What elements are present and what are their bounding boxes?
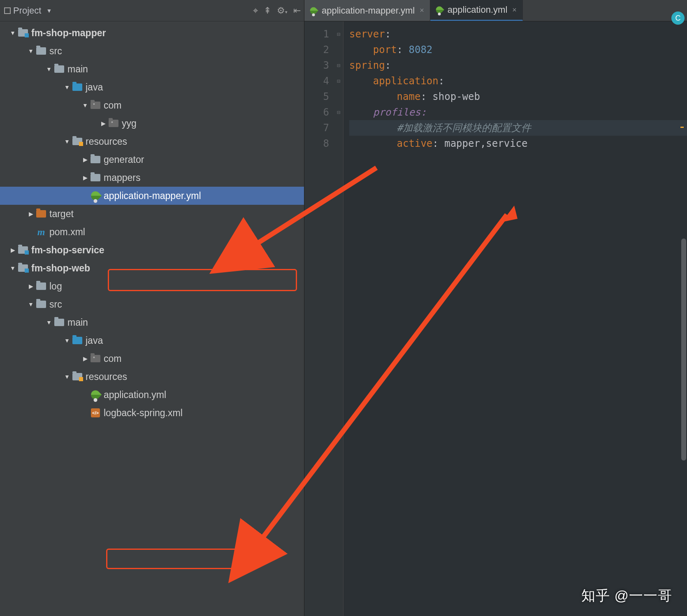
code-line[interactable]: spring: <box>349 58 687 73</box>
tree-item-com[interactable]: ▶com <box>0 350 304 368</box>
line-numbers-gutter: 12345678 <box>304 21 334 616</box>
module-folder-icon <box>17 245 29 255</box>
tree-item-application-mapper-yml[interactable]: ▶application-mapper.yml <box>0 187 304 205</box>
tree-item-label: resources <box>86 136 127 147</box>
tree-item-com[interactable]: ▼com <box>0 96 304 114</box>
project-icon <box>4 7 11 14</box>
project-panel-actions: ⌖ ⇞ ⚙▾ ⇤ <box>253 5 301 16</box>
resources-folder-icon <box>72 137 83 146</box>
close-icon[interactable]: × <box>512 6 517 14</box>
tree-toggle-icon[interactable]: ▼ <box>26 301 35 308</box>
source-folder-icon <box>72 336 83 345</box>
folder-icon <box>53 317 65 327</box>
tree-item-label: generator <box>104 154 144 165</box>
code-line[interactable]: server: <box>349 26 687 42</box>
tree-toggle-icon[interactable]: ▶ <box>81 355 90 362</box>
tree-toggle-icon[interactable]: ▼ <box>8 265 17 271</box>
tree-item-resources[interactable]: ▼resources <box>0 132 304 151</box>
inspection-badge[interactable]: C <box>671 12 685 25</box>
tree-item-pom-xml[interactable]: ▶mpom.xml <box>0 223 304 241</box>
fold-column[interactable]: ⊟⊟⊟⊟ <box>334 21 343 616</box>
tree-item-main[interactable]: ▼main <box>0 60 304 78</box>
folder-icon <box>53 64 65 74</box>
tree-item-label: com <box>104 353 121 364</box>
fold-marker[interactable] <box>334 120 343 136</box>
fold-marker[interactable] <box>334 42 343 58</box>
tree-toggle-icon[interactable]: ▼ <box>63 138 72 145</box>
tree-item-mappers[interactable]: ▶mappers <box>0 169 304 187</box>
tree-toggle-icon[interactable]: ▶ <box>81 156 90 163</box>
hide-panel-icon[interactable]: ⇤ <box>293 5 301 16</box>
editor-body[interactable]: 12345678 ⊟⊟⊟⊟ server: port: 8082spring: … <box>304 21 687 616</box>
tree-toggle-icon[interactable]: ▼ <box>44 66 53 72</box>
tree-item-label: fm-shop-mapper <box>31 28 106 39</box>
tree-item-application-yml[interactable]: ▶application.yml <box>0 386 304 404</box>
tree-toggle-icon[interactable]: ▶ <box>8 247 17 253</box>
code-line[interactable]: active: mapper,service <box>349 136 687 151</box>
line-number: 6 <box>304 104 329 120</box>
tree-item-target[interactable]: ▶target <box>0 205 304 223</box>
tree-toggle-icon[interactable]: ▶ <box>26 211 35 217</box>
collapse-all-icon[interactable]: ⇞ <box>264 5 271 16</box>
tree-toggle-icon[interactable]: ▼ <box>63 337 72 344</box>
tree-item-label: log <box>49 281 62 292</box>
editor-tabs: application-mapper.yml×application.yml× <box>304 0 687 21</box>
project-panel-header: Project ▼ ⌖ ⇞ ⚙▾ ⇤ <box>0 0 304 21</box>
line-number: 5 <box>304 89 329 104</box>
tree-item-label: yyg <box>122 118 137 129</box>
tree-item-label: main <box>67 317 88 328</box>
chevron-down-icon: ▼ <box>46 7 52 14</box>
project-tree[interactable]: ▼fm-shop-mapper▼src▼main▼java▼com▶yyg▼re… <box>0 21 304 616</box>
tree-toggle-icon[interactable]: ▼ <box>44 319 53 326</box>
fold-marker[interactable]: ⊟ <box>334 104 343 120</box>
tree-toggle-icon[interactable]: ▼ <box>63 84 72 90</box>
tree-item-label: fm-shop-web <box>31 263 90 274</box>
tree-toggle-icon[interactable]: ▶ <box>99 120 108 127</box>
fold-marker[interactable]: ⊟ <box>334 26 343 42</box>
tree-item-label: src <box>49 46 62 57</box>
tree-item-fm-shop-service[interactable]: ▶fm-shop-service <box>0 241 304 259</box>
tree-item-src[interactable]: ▼src <box>0 42 304 60</box>
code-area[interactable]: server: port: 8082spring: application: n… <box>343 21 687 616</box>
tree-toggle-icon[interactable]: ▶ <box>26 283 35 289</box>
code-line[interactable]: port: 8082 <box>349 42 687 58</box>
code-line[interactable]: name: shop-web <box>349 89 687 104</box>
tree-item-label: main <box>67 64 88 75</box>
spring-config-icon <box>90 390 101 400</box>
tree-item-label: java <box>86 82 103 93</box>
tree-item-logback-spring-xml[interactable]: ▶</>logback-spring.xml <box>0 404 304 422</box>
editor-tab-application-yml[interactable]: application.yml× <box>430 0 523 21</box>
tree-item-label: application.yml <box>104 389 166 401</box>
fold-marker[interactable] <box>334 89 343 104</box>
tree-toggle-icon[interactable]: ▶ <box>81 174 90 181</box>
tree-item-label: logback-spring.xml <box>104 408 183 419</box>
folder-icon <box>35 46 47 56</box>
tree-toggle-icon[interactable]: ▼ <box>63 373 72 380</box>
tree-item-generator[interactable]: ▶generator <box>0 151 304 169</box>
tree-item-fm-shop-web[interactable]: ▼fm-shop-web <box>0 259 304 277</box>
tree-item-resources[interactable]: ▼resources <box>0 368 304 386</box>
tree-item-java[interactable]: ▼java <box>0 78 304 96</box>
tree-toggle-icon[interactable]: ▼ <box>8 30 17 36</box>
fold-marker[interactable]: ⊟ <box>334 73 343 89</box>
gear-icon[interactable]: ⚙▾ <box>277 5 288 16</box>
tree-toggle-icon[interactable]: ▼ <box>81 102 90 109</box>
xml-icon: </> <box>90 408 101 418</box>
editor-tab-application-mapper-yml[interactable]: application-mapper.yml× <box>304 0 430 21</box>
project-panel-title[interactable]: Project ▼ <box>2 5 52 16</box>
code-line[interactable]: application: <box>349 73 687 89</box>
tree-item-yyg[interactable]: ▶yyg <box>0 114 304 132</box>
code-line[interactable]: profiles: <box>349 104 687 120</box>
tree-item-src[interactable]: ▼src <box>0 295 304 313</box>
locate-icon[interactable]: ⌖ <box>253 5 258 16</box>
tree-toggle-icon[interactable]: ▼ <box>26 48 35 54</box>
tree-item-main[interactable]: ▼main <box>0 313 304 331</box>
tree-item-java[interactable]: ▼java <box>0 331 304 350</box>
fold-marker[interactable] <box>334 136 343 151</box>
close-icon[interactable]: × <box>420 6 424 15</box>
code-line[interactable]: #加载激活不同模块的配置文件 <box>349 120 687 136</box>
tree-item-log[interactable]: ▶log <box>0 277 304 295</box>
tree-item-fm-shop-mapper[interactable]: ▼fm-shop-mapper <box>0 24 304 42</box>
folder-icon <box>35 299 47 309</box>
fold-marker[interactable]: ⊟ <box>334 58 343 73</box>
